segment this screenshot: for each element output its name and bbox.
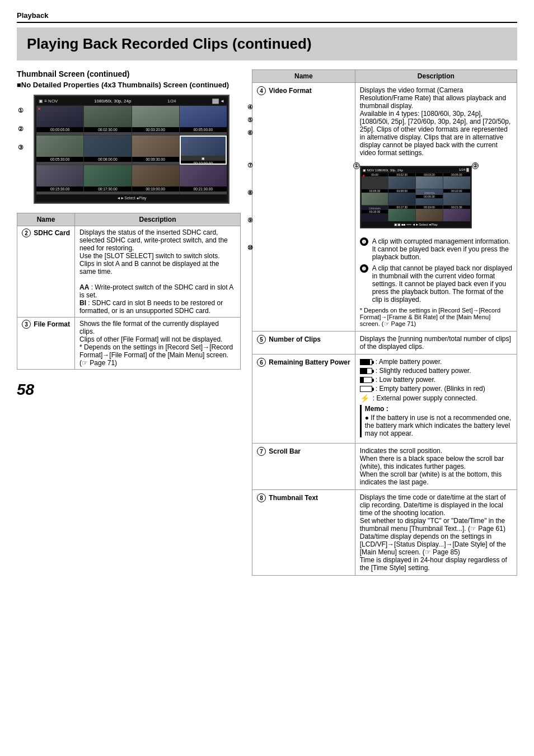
table-row-battery: 6 Remaining Battery Power : Ample batter… [252, 354, 517, 444]
callout-8: ⑧ [247, 189, 253, 197]
power-connect-icon: ⚡ [360, 394, 369, 403]
mini-bottom-bar: ▣▣ ■■ ══ ◄►Select ●Play [362, 222, 470, 227]
row-name-sdhc: 2 SDHC Card [17, 226, 75, 318]
thumbnail-grid: ✕ 00:00:00.00 00:02:30.00 00:03:20.00 [36, 106, 227, 194]
thumb-cell-12: 00:21:30.00 [180, 165, 227, 194]
right-header-desc: Description [355, 70, 517, 83]
table-header-desc: Description [75, 213, 241, 226]
mini-cell: 00:19:00 [416, 206, 443, 221]
mini-cell: 00:21:30 [443, 206, 470, 221]
battery-item-4: : Empty battery power. (Blinks in red) [360, 385, 512, 393]
page-title: Playing Back Recorded Clips (continued) [27, 35, 507, 53]
subtitle1: Thumbnail Screen (continued) [17, 69, 241, 78]
battery-item-2: : Slightly reduced battery power. [360, 367, 512, 375]
callout-9: ⑨ [247, 217, 253, 224]
table-row: 3 File Format Shows the file format of t… [17, 318, 241, 370]
callout-4: ④ [247, 104, 253, 111]
row-name-scrollbar: 7 Scroll Bar [252, 444, 355, 490]
callout-6: ⑥ [247, 129, 253, 137]
callout-7: ⑦ [247, 162, 253, 169]
mini-cell: 00:17:30 [388, 206, 415, 221]
left-info-table: Name Description 2 SDHC Card Displays th… [17, 213, 241, 370]
callout-10: ⑩ [247, 244, 253, 251]
table-header-name: Name [17, 213, 75, 226]
row-name-videoformat: 4 Video Format [252, 83, 355, 332]
battery-low-icon [360, 377, 372, 383]
table-row-scrollbar: 7 Scroll Bar Indicates the scroll positi… [252, 444, 517, 490]
table-row-numclips: 5 Number of Clips Displays the [running … [252, 332, 517, 354]
row-desc-battery: : Ample battery power. : Slightly reduce… [355, 354, 517, 444]
battery-empty-icon [360, 386, 372, 392]
mini-screenshot-container: ▣ NOV 1080/60i, 30p, 24p 1/24 ▓ ✕ 00:00 [360, 161, 472, 233]
table-row-thumbnailtext: 8 Thumbnail Text Displays the time code … [252, 490, 517, 576]
right-column: Name Description 4 Video Format Displays… [252, 69, 517, 576]
thumb-cell-11: 00:19:00.00 [132, 165, 179, 194]
row-name-thumbnailtext: 8 Thumbnail Text [252, 490, 355, 576]
screen-icons: ▣ ≡ NOV [39, 99, 58, 104]
row-desc-thumbnailtext: Displays the time code or date/time at t… [355, 490, 517, 576]
right-header-name: Name [252, 70, 355, 83]
mini-cell: ✕ 00:00 [362, 173, 388, 189]
thumb-cell-7: 00:09:30.00 [132, 136, 179, 165]
battery-memo: Memo : ● If the battery in use is not a … [360, 405, 512, 437]
video-format-asterisk: * Depends on the settings in [Record Set… [360, 307, 512, 328]
thumb-cell-10: 00:17:30.00 [84, 165, 131, 194]
mini-cell: 00:05:00 [443, 173, 470, 189]
mini-callout-1: ① [353, 162, 360, 169]
thumb-cell-9: 00:15:30.00 [36, 165, 83, 194]
row-desc-numclips: Displays the [running number/total numbe… [355, 332, 517, 354]
screen-page: 1/24 [167, 99, 176, 104]
mini-cell: 00:03:20 [416, 173, 443, 189]
battery-item-1: : Ample battery power. [360, 358, 512, 366]
page-number: 58 [17, 381, 241, 399]
screen-format: 1080/60i, 30p, 24p [94, 99, 131, 104]
thumb-cell-6: 00:08:00.00 [84, 136, 131, 165]
thumb-cell-5: 00:05:30.00 [36, 136, 83, 165]
thumb-cell-4: 00:05:00.00 [180, 106, 227, 135]
page-header: Playback Playing Back Recorded Clips (co… [17, 11, 517, 60]
left-callout-numbers: ① ② ③ [18, 107, 24, 151]
thumb-cell-1: ✕ 00:00:00.00 [36, 106, 83, 135]
mini-top-bar: ▣ NOV 1080/60i, 30p, 24p 1/24 ▓ [362, 167, 470, 172]
row-name-numclips: 5 Number of Clips [252, 332, 355, 354]
battery-half-icon [360, 368, 372, 374]
row-desc-scrollbar: Indicates the scroll position. When ther… [355, 444, 517, 490]
callout-3: ③ [18, 144, 24, 151]
battery-full-icon [360, 359, 372, 365]
battery-item-5: ⚡ : External power supply connected. [360, 394, 512, 403]
thumb-cell-2: 00:02:30.00 [84, 106, 131, 135]
mini-grid: ✕ 00:00 00:02:30 00:03:20 [362, 173, 470, 221]
right-info-table: Name Description 4 Video Format Displays… [252, 69, 517, 576]
mini-cell: Unknown 00:15:30 [362, 206, 388, 221]
thumb-cell-3: 00:03:20.00 [132, 106, 179, 135]
row-desc-videoformat: Displays the video format (Camera Resolu… [355, 83, 517, 332]
table-row-videoformat: 4 Video Format Displays the video format… [252, 83, 517, 332]
left-column: Thumbnail Screen (continued) ■No Detaile… [17, 69, 241, 576]
right-callout-numbers-2: ⑦ ⑧ ⑨ ⑩ [247, 162, 253, 251]
right-callout-numbers: ④ ⑤ ⑥ [247, 104, 253, 137]
mini-screen: ▣ NOV 1080/60i, 30p, 24p 1/24 ▓ ✕ 00:00 [360, 166, 472, 228]
screen-top-bar: ▣ ≡ NOV 1080/60i, 30p, 24p 1/24 ▓▓ ◄ [36, 97, 227, 105]
row-name-battery: 6 Remaining Battery Power [252, 354, 355, 444]
screen-footer: ◄►Select ●Play [36, 195, 227, 201]
section-label: Playback [17, 11, 517, 23]
table-row: 2 SDHC Card Displays the status of the i… [17, 226, 241, 318]
row-desc-sdhc: Displays the status of the inserted SDHC… [75, 226, 241, 318]
subtitle2: ■No Detailed Properties (4x3 Thumbnails)… [17, 81, 241, 89]
callout-1: ① [18, 107, 24, 114]
callout-2: ② [18, 125, 24, 133]
note-1: ❶ A clip with corrupted management infor… [360, 237, 512, 261]
row-desc-fileformat: Shows the file format of the currently d… [75, 318, 241, 370]
mini-cell: 00:08:00 [388, 189, 415, 205]
callout-5: ⑤ [247, 116, 253, 124]
row-name-fileformat: 3 File Format [17, 318, 75, 370]
battery-item-3: : Low battery power. [360, 376, 512, 384]
mini-cell: 1080/50i 00:09:30 [416, 189, 443, 205]
thumbnail-screen: ▣ ≡ NOV 1080/60i, 30p, 24p 1/24 ▓▓ ◄ ✕ 0… [34, 95, 229, 204]
thumb-cell-8: ▣ 00:10:00.00 [180, 136, 227, 165]
note-2: ❷ A clip that cannot be played back nor … [360, 264, 512, 304]
mini-callout-2: ② [472, 162, 479, 169]
mini-cell: 00:05:30 [362, 189, 388, 205]
mini-cell: 00:10:00 [443, 189, 470, 205]
screen-battery: ▓▓ ◄ [212, 99, 224, 104]
